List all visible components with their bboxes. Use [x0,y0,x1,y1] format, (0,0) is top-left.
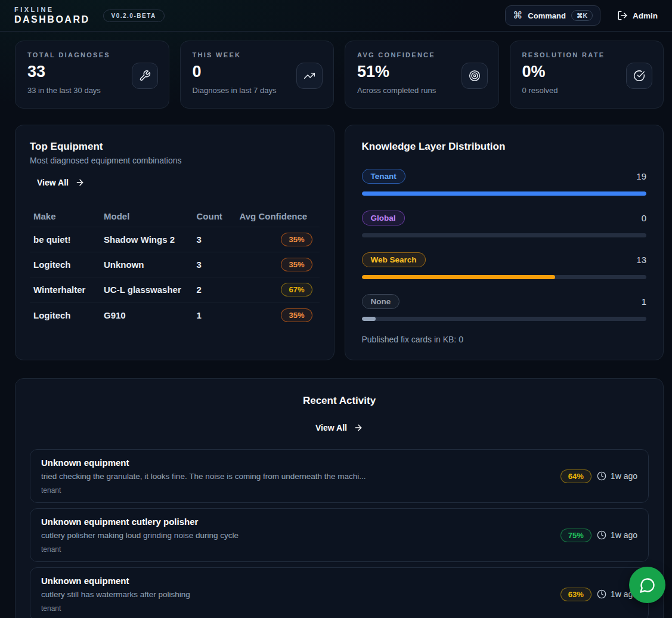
stats-row: TOTAL DIAGNOSES 33 33 in the last 30 day… [0,41,672,109]
brand-name: FIXLINE [14,6,90,13]
recent-activity-card: Recent Activity View All Unknown equipme… [15,378,664,618]
activity-title-text: Unknown equipment [41,458,366,468]
none-layer-pill: None [362,294,400,309]
activity-list: Unknown equipment tried checking the gra… [30,449,649,618]
clock-icon [597,589,606,599]
make-cell: Logitech [33,259,104,270]
arrow-right-icon [354,423,363,432]
middle-grid: Top Equipment Most diagnosed equipment c… [0,125,672,360]
page-title: DASHBOARD [14,14,90,25]
activity-description: tried checking the granulate, it looks f… [41,472,366,481]
stat-label: THIS WEEK [193,51,322,58]
tenant-progress-fill [362,191,647,196]
table-row: Logitech G910 1 35% [30,302,320,327]
column-header-confidence: Avg Confidence [240,211,316,221]
table-row: Winterhalter UC-L glasswasher 2 67% [30,277,320,302]
activity-title-text: Unknown equipment [41,576,190,586]
layer-row-tenant: Tenant 19 [362,169,647,184]
stat-label: RESOLUTION RATE [522,51,652,58]
count-cell: 3 [197,234,240,245]
table-row: Logitech Unknown 3 35% [30,252,320,277]
brand-logo: FIXLINE DASHBOARD [14,6,90,25]
stat-card-total-diagnoses: TOTAL DIAGNOSES 33 33 in the last 30 day… [15,41,169,109]
activity-item[interactable]: Unknown equipment cutlery polisher cutle… [30,508,649,562]
make-cell: Winterhalter [33,285,104,295]
admin-logout-button[interactable]: Admin [617,10,658,21]
confidence-badge: 75% [560,529,592,542]
view-all-label: View All [315,423,347,432]
app-header: FIXLINE DASHBOARD V0.2.0-BETA ⌘ Command … [0,0,672,32]
layer-row-global: Global 0 [362,211,647,225]
table-header-row: Make Model Count Avg Confidence [30,206,320,227]
activity-description: cutlery polisher making loud grinding no… [41,531,239,540]
top-equipment-card: Top Equipment Most diagnosed equipment c… [15,125,335,360]
column-header-model: Model [104,211,197,221]
web-search-layer-pill: Web Search [362,252,426,267]
target-icon [462,63,488,89]
clock-icon [597,471,606,481]
stat-label: TOTAL DIAGNOSES [27,51,157,58]
clock-icon [597,530,606,540]
command-palette-button[interactable]: ⌘ Command ⌘K [505,5,600,26]
model-cell: G910 [104,310,197,320]
web-search-progress-fill [362,275,556,279]
layer-row-web-search: Web Search 13 [362,252,647,267]
none-progress-bar [362,317,647,321]
arrow-right-icon [75,178,85,187]
activity-item[interactable]: Unknown equipment cutlery still has wate… [30,567,649,618]
web-search-progress-bar [362,275,647,279]
top-equipment-title: Top Equipment [30,141,320,153]
count-cell: 2 [197,285,240,295]
activity-item[interactable]: Unknown equipment tried checking the gra… [30,449,649,503]
model-cell: UC-L glasswasher [104,285,197,295]
layer-count: 13 [636,255,646,265]
confidence-badge: 64% [560,469,592,483]
knowledge-distribution-card: Knowledge Layer Distribution Tenant 19 G… [345,125,664,360]
activity-scope: tenant [41,604,190,613]
column-header-make: Make [33,211,104,221]
confidence-badge: 35% [281,233,312,246]
activity-scope: tenant [41,545,239,554]
model-cell: Shadow Wings 2 [104,234,197,245]
activity-title-text: Unknown equipment cutlery polisher [41,517,239,527]
published-fix-cards-text: Published fix cards in KB: 0 [362,335,647,344]
stat-card-this-week: THIS WEEK 0 Diagnoses in last 7 days [180,41,335,109]
stat-card-avg-confidence: AVG CONFIDENCE 51% Across completed runs [345,41,499,109]
stat-label: AVG CONFIDENCE [357,51,487,58]
admin-label: Admin [633,11,658,20]
view-all-label: View All [37,178,69,187]
activity-scope: tenant [41,486,366,495]
knowledge-title: Knowledge Layer Distribution [362,141,647,153]
activity-time: 1w ago [611,530,637,540]
version-badge: V0.2.0-BETA [103,10,165,22]
layer-row-none: None 1 [362,294,647,309]
top-equipment-view-all-link[interactable]: View All [37,178,85,187]
recent-activity-title: Recent Activity [30,395,649,407]
tenant-progress-bar [362,191,647,196]
wrench-icon [132,63,158,89]
global-progress-bar [362,233,647,237]
none-progress-fill [362,317,376,321]
top-equipment-subtitle: Most diagnosed equipment combinations [30,156,320,165]
table-row: be quiet! Shadow Wings 2 3 35% [30,227,320,252]
confidence-badge: 67% [281,283,312,296]
stat-card-resolution-rate: RESOLUTION RATE 0% 0 resolved [510,41,664,109]
global-layer-pill: Global [362,211,405,225]
tenant-layer-pill: Tenant [362,169,405,184]
top-equipment-table: Make Model Count Avg Confidence be quiet… [30,206,320,327]
chat-icon [639,577,656,594]
chat-fab-button[interactable] [629,567,665,603]
column-header-count: Count [197,211,240,221]
count-cell: 3 [197,259,240,270]
command-shortcut-badge: ⌘K [571,10,593,21]
layer-count: 0 [642,213,646,223]
trending-up-icon [296,63,323,89]
layer-count: 1 [642,296,646,307]
count-cell: 1 [197,310,240,320]
activity-description: cutlery still has watermarks after polis… [41,590,190,599]
recent-activity-view-all-link[interactable]: View All [315,423,363,432]
model-cell: Unknown [104,259,197,270]
confidence-badge: 63% [560,588,592,601]
confidence-badge: 35% [281,308,312,322]
activity-time: 1w ago [611,471,637,481]
